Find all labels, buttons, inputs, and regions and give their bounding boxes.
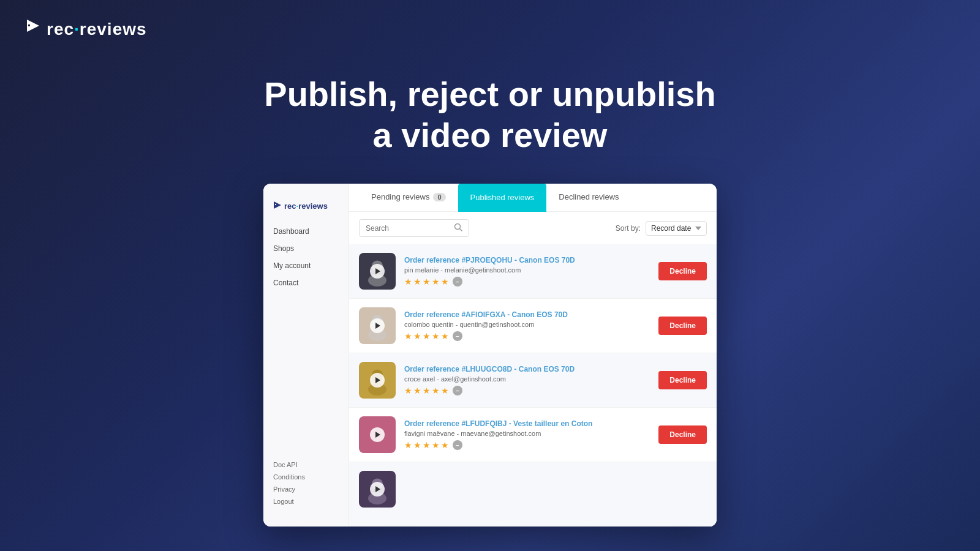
info-icon[interactable]: − xyxy=(453,331,462,341)
tab-published[interactable]: Published reviews xyxy=(458,184,547,212)
review-author: pin melanie - melanie@getinshoot.com xyxy=(404,266,650,274)
play-button[interactable] xyxy=(370,482,385,497)
review-thumbnail[interactable] xyxy=(359,253,396,290)
info-icon[interactable]: − xyxy=(453,440,462,450)
play-button[interactable] xyxy=(370,264,385,279)
hero-title: Publish, reject or unpublish a video rev… xyxy=(0,73,980,156)
star-3: ★ xyxy=(423,331,431,341)
info-icon[interactable]: − xyxy=(453,277,462,287)
star-5: ★ xyxy=(441,331,449,341)
sidebar-footer-doc-api[interactable]: Doc API xyxy=(271,459,341,470)
star-1: ★ xyxy=(404,440,412,450)
review-stars: ★ ★ ★ ★ ★ − xyxy=(404,386,650,395)
review-title: Order reference #LHUUGCO8D - Canon EOS 7… xyxy=(404,365,650,373)
reviews-list: Order reference #PJROEQOHU - Canon EOS 7… xyxy=(349,244,717,527)
star-5: ★ xyxy=(441,386,449,395)
sidebar: rec·reviews Dashboard Shops My account C… xyxy=(263,184,349,527)
table-row: Order reference #PJROEQOHU - Canon EOS 7… xyxy=(349,244,717,299)
main-card: rec·reviews Dashboard Shops My account C… xyxy=(263,184,717,527)
svg-line-5 xyxy=(460,229,462,231)
review-thumbnail[interactable] xyxy=(359,471,396,508)
star-4: ★ xyxy=(432,440,440,450)
star-4: ★ xyxy=(432,386,440,395)
toolbar: Sort by: Record date Name Rating xyxy=(349,212,717,244)
decline-button[interactable]: Decline xyxy=(658,425,707,444)
search-input[interactable] xyxy=(366,224,450,233)
hero-section: Publish, reject or unpublish a video rev… xyxy=(0,73,980,156)
star-4: ★ xyxy=(432,331,440,341)
star-1: ★ xyxy=(404,331,412,341)
sidebar-item-my-account[interactable]: My account xyxy=(271,258,341,274)
star-3: ★ xyxy=(423,440,431,450)
sidebar-footer-logout[interactable]: Logout xyxy=(271,496,341,507)
decline-button[interactable]: Decline xyxy=(658,262,707,280)
review-info: Order reference #AFIOIFGXA - Canon EOS 7… xyxy=(404,310,650,341)
review-info: Order reference #PJROEQOHU - Canon EOS 7… xyxy=(404,256,650,287)
review-info: Order reference #LHUUGCO8D - Canon EOS 7… xyxy=(404,365,650,395)
star-1: ★ xyxy=(404,277,412,287)
sidebar-nav: Dashboard Shops My account Contact xyxy=(263,223,349,291)
review-thumbnail[interactable] xyxy=(359,307,396,344)
star-4: ★ xyxy=(432,277,440,287)
table-row: Order reference #LFUDFQIBJ - Veste taill… xyxy=(349,408,717,462)
review-stars: ★ ★ ★ ★ ★ − xyxy=(404,277,650,287)
review-thumbnail[interactable] xyxy=(359,362,396,399)
sidebar-footer: Doc API Conditions Privacy Logout xyxy=(263,452,349,514)
table-row: Order reference #LHUUGCO8D - Canon EOS 7… xyxy=(349,353,717,408)
sidebar-logo-icon xyxy=(273,201,282,211)
play-button[interactable] xyxy=(370,427,385,442)
tab-declined[interactable]: Declined reviews xyxy=(546,184,631,211)
review-title: Order reference #PJROEQOHU - Canon EOS 7… xyxy=(404,256,650,264)
play-button[interactable] xyxy=(370,373,385,388)
sidebar-item-contact[interactable]: Contact xyxy=(271,275,341,291)
review-stars: ★ ★ ★ ★ ★ − xyxy=(404,331,650,341)
star-2: ★ xyxy=(413,277,421,287)
sidebar-item-dashboard[interactable]: Dashboard xyxy=(271,223,341,239)
search-box[interactable] xyxy=(359,219,469,237)
review-stars: ★ ★ ★ ★ ★ − xyxy=(404,440,650,450)
review-thumbnail[interactable] xyxy=(359,416,396,453)
svg-rect-3 xyxy=(275,204,276,205)
sidebar-logo: rec·reviews xyxy=(263,196,349,223)
sidebar-logo-label: rec·reviews xyxy=(284,201,328,211)
review-author: croce axel - axel@getinshoot.com xyxy=(404,375,650,383)
svg-rect-1 xyxy=(28,24,30,26)
star-2: ★ xyxy=(413,331,421,341)
decline-button[interactable]: Decline xyxy=(658,371,707,389)
sort-select[interactable]: Record date Name Rating xyxy=(646,221,707,236)
logo-text: rec·reviews xyxy=(47,20,147,39)
table-row: Order reference #AFIOIFGXA - Canon EOS 7… xyxy=(349,299,717,353)
tab-pending[interactable]: Pending reviews 0 xyxy=(359,184,458,211)
main-content: Pending reviews 0 Published reviews Decl… xyxy=(349,184,717,527)
tabs-bar: Pending reviews 0 Published reviews Decl… xyxy=(349,184,717,212)
review-author: colombo quentin - quentin@getinshoot.com xyxy=(404,321,650,328)
pending-badge: 0 xyxy=(433,193,445,201)
play-button[interactable] xyxy=(370,318,385,333)
star-3: ★ xyxy=(423,386,431,395)
table-row xyxy=(349,462,717,527)
sidebar-footer-conditions[interactable]: Conditions xyxy=(271,471,341,482)
review-title: Order reference #LFUDFQIBJ - Veste taill… xyxy=(404,419,650,428)
star-1: ★ xyxy=(404,386,412,395)
logo-play-icon xyxy=(24,18,42,40)
svg-marker-2 xyxy=(274,201,281,209)
star-5: ★ xyxy=(441,440,449,450)
review-info: Order reference #LFUDFQIBJ - Veste taill… xyxy=(404,419,650,450)
star-3: ★ xyxy=(423,277,431,287)
header: rec·reviews xyxy=(24,18,147,40)
star-2: ★ xyxy=(413,386,421,395)
search-icon xyxy=(454,223,462,233)
review-author: flavigni maëvane - maevane@getinshoot.co… xyxy=(404,430,650,437)
star-5: ★ xyxy=(441,277,449,287)
sort-by-section: Sort by: Record date Name Rating xyxy=(616,221,707,236)
sidebar-footer-privacy[interactable]: Privacy xyxy=(271,484,341,495)
sidebar-item-shops[interactable]: Shops xyxy=(271,241,341,257)
review-title: Order reference #AFIOIFGXA - Canon EOS 7… xyxy=(404,310,650,319)
sort-by-label: Sort by: xyxy=(616,224,641,233)
star-2: ★ xyxy=(413,440,421,450)
info-icon[interactable]: − xyxy=(453,386,462,395)
decline-button[interactable]: Decline xyxy=(658,317,707,335)
